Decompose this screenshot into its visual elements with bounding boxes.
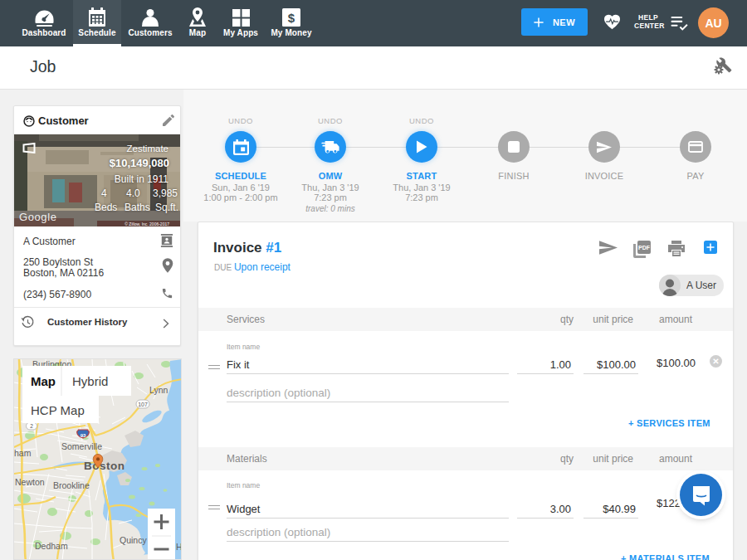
svg-text:HCP Map: HCP Map (31, 403, 85, 417)
svg-text:Brookline: Brookline (53, 480, 90, 490)
svg-text:Newton: Newton (15, 477, 45, 487)
svg-text:$: $ (288, 11, 295, 25)
svg-text:PDF: PDF (638, 245, 651, 251)
svg-text:93: 93 (81, 433, 86, 438)
svg-text:ham: ham (14, 448, 32, 458)
svg-text:Dedham: Dedham (35, 541, 68, 551)
svg-text:107: 107 (138, 402, 148, 407)
svg-text:Hybrid: Hybrid (72, 374, 108, 388)
svg-text:Quincy: Quincy (120, 535, 147, 545)
svg-text:Boston: Boston (84, 460, 125, 472)
svg-text:Somerville: Somerville (61, 441, 102, 451)
svg-text:Lynn: Lynn (149, 385, 168, 395)
svg-text:Map: Map (31, 374, 56, 388)
svg-text:Hi: Hi (176, 542, 182, 552)
svg-text:2: 2 (30, 423, 33, 429)
